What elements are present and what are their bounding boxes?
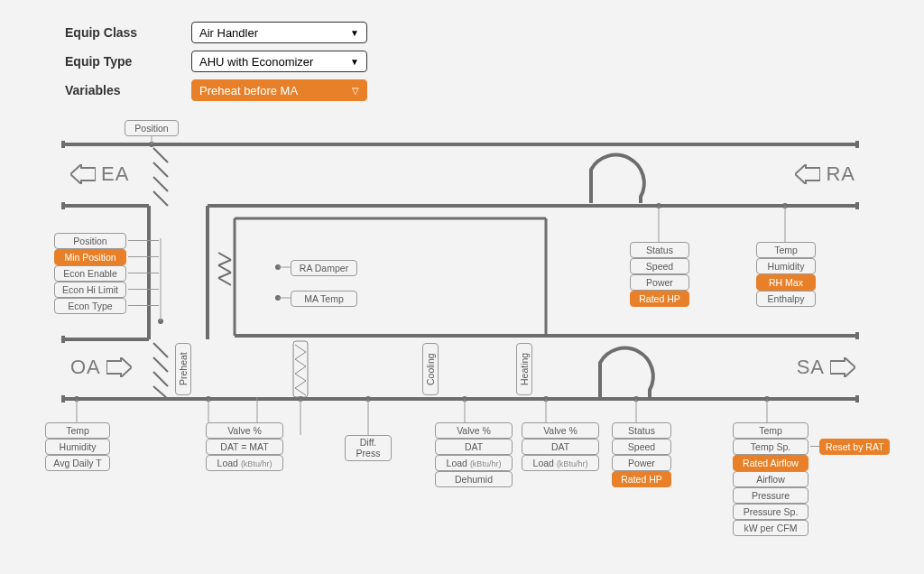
equip-class-select[interactable]: Air Handler ▼ [191, 22, 367, 43]
svg-line-13 [218, 265, 231, 273]
chevron-down-icon: ▽ [352, 86, 359, 96]
heating-load[interactable]: Load (kBtu/hr) [522, 455, 599, 471]
sfan-speed[interactable]: Speed [612, 439, 671, 455]
svg-line-12 [218, 260, 231, 265]
svg-point-37 [275, 264, 281, 270]
oa-flow-label: OA [70, 356, 132, 379]
svg-line-15 [218, 278, 231, 285]
sa-flow-label: SA [797, 356, 855, 379]
cooling-coil[interactable]: Cooling [422, 343, 439, 395]
preheat-coil[interactable]: Preheat [175, 343, 191, 395]
svg-line-11 [218, 253, 231, 260]
ahu-diagram: EA RA OA SA Position Position Min Positi… [45, 117, 893, 551]
preheat-dat[interactable]: DAT = MAT [206, 439, 283, 455]
arrow-right-icon [830, 357, 855, 377]
svg-point-25 [149, 142, 154, 147]
cooling-valve[interactable]: Valve % [435, 422, 513, 439]
svg-point-35 [656, 203, 661, 208]
svg-point-31 [462, 396, 467, 402]
sa-reset-by-rat[interactable]: Reset by RAT [819, 439, 890, 455]
svg-line-5 [153, 177, 168, 191]
svg-line-22 [153, 372, 168, 386]
ra-rh-max[interactable]: RH Max [756, 274, 816, 291]
svg-point-36 [782, 203, 788, 208]
svg-point-34 [764, 396, 770, 402]
svg-line-20 [153, 343, 168, 357]
sa-rated-airflow[interactable]: Rated Airflow [733, 455, 808, 471]
equip-class-label: Equip Class [65, 25, 191, 40]
svg-point-33 [633, 396, 639, 402]
equip-type-select[interactable]: AHU with Economizer ▼ [191, 51, 367, 72]
oa-avg-daily-t[interactable]: Avg Daily T [45, 455, 110, 471]
oa-econ-type[interactable]: Econ Type [54, 298, 126, 314]
controls-panel: Equip Class Air Handler ▼ Equip Type AHU… [65, 22, 367, 108]
svg-line-14 [218, 273, 231, 278]
cooling-dehumid[interactable]: Dehumid [435, 471, 513, 487]
svg-point-38 [275, 295, 281, 301]
rfan-status[interactable]: Status [630, 242, 689, 258]
svg-line-21 [153, 357, 168, 372]
variables-select[interactable]: Preheat before MA ▽ [191, 79, 367, 101]
svg-point-30 [365, 396, 371, 402]
heating-dat[interactable]: DAT [522, 439, 599, 455]
oa-humidity[interactable]: Humidity [45, 439, 110, 455]
diff-press[interactable]: Diff.Press [345, 435, 392, 461]
svg-point-32 [543, 396, 549, 402]
svg-point-26 [158, 319, 163, 324]
svg-point-27 [74, 396, 79, 402]
arrow-left-icon [70, 164, 96, 184]
sa-pressure[interactable]: Pressure [733, 487, 808, 504]
svg-line-23 [153, 386, 168, 399]
preheat-valve[interactable]: Valve % [206, 422, 283, 439]
svg-line-3 [153, 148, 168, 162]
rfan-power[interactable]: Power [630, 274, 689, 291]
sfan-rated-hp[interactable]: Rated HP [612, 471, 671, 487]
oa-temp[interactable]: Temp [45, 422, 110, 439]
svg-line-6 [153, 191, 168, 206]
oa-econ-enable[interactable]: Econ Enable [54, 265, 126, 282]
equip-type-value: AHU with Economizer [199, 55, 313, 69]
heating-coil[interactable]: Heating [516, 343, 532, 395]
sa-kw-per-cfm[interactable]: kW per CFM [733, 520, 808, 536]
ea-flow-label: EA [70, 162, 129, 186]
variables-value: Preheat before MA [199, 84, 298, 97]
oa-damper-min-position[interactable]: Min Position [54, 249, 126, 265]
ea-damper-position[interactable]: Position [125, 120, 179, 136]
cooling-load[interactable]: Load (kBtu/hr) [435, 455, 513, 471]
sfan-status[interactable]: Status [612, 422, 671, 439]
svg-rect-24 [293, 341, 308, 397]
sa-temp[interactable]: Temp [733, 422, 808, 439]
ma-temp[interactable]: MA Temp [291, 291, 357, 307]
ra-enthalpy[interactable]: Enthalpy [756, 291, 816, 307]
ra-humidity[interactable]: Humidity [756, 258, 816, 274]
arrow-left-icon [795, 164, 820, 184]
svg-point-29 [298, 396, 303, 402]
sa-temp-sp[interactable]: Temp Sp. [733, 439, 808, 455]
cooling-dat[interactable]: DAT [435, 439, 513, 455]
ra-flow-label: RA [795, 162, 855, 186]
oa-econ-hi-limit[interactable]: Econ Hi Limit [54, 282, 126, 298]
arrow-right-icon [106, 357, 132, 377]
rfan-speed[interactable]: Speed [630, 258, 689, 274]
sa-airflow[interactable]: Airflow [733, 471, 808, 487]
svg-line-4 [153, 162, 168, 177]
equip-class-value: Air Handler [199, 26, 258, 40]
variables-label: Variables [65, 83, 191, 97]
ra-damper[interactable]: RA Damper [291, 260, 357, 276]
sa-pressure-sp[interactable]: Pressure Sp. [733, 504, 808, 520]
svg-point-28 [206, 396, 211, 402]
chevron-down-icon: ▼ [350, 28, 359, 38]
heating-valve[interactable]: Valve % [522, 422, 599, 439]
rfan-rated-hp[interactable]: Rated HP [630, 291, 689, 307]
equip-type-label: Equip Type [65, 54, 191, 69]
oa-damper-position[interactable]: Position [54, 233, 126, 249]
preheat-load[interactable]: Load (kBtu/hr) [206, 455, 283, 471]
ra-temp[interactable]: Temp [756, 242, 816, 258]
chevron-down-icon: ▼ [350, 57, 359, 67]
sfan-power[interactable]: Power [612, 455, 671, 471]
